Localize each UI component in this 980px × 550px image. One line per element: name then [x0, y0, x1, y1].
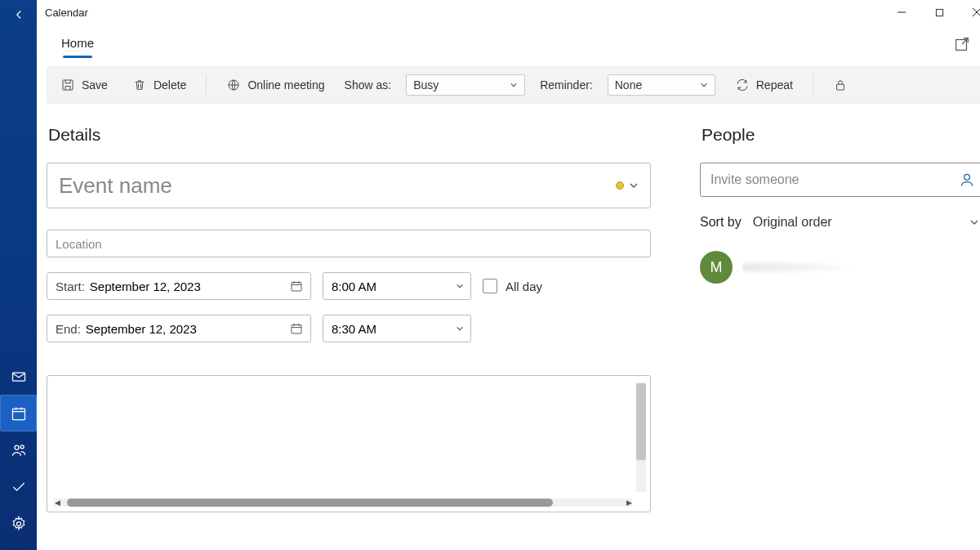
delete-label: Delete [154, 78, 186, 92]
ribbon-toolbar: Save Delete Online meeting Show as: Busy… [47, 66, 980, 104]
checkbox-box[interactable] [483, 279, 497, 293]
gear-icon [11, 516, 27, 532]
calendar-icon [289, 279, 304, 293]
maximize-icon [935, 8, 944, 17]
start-time-value: 8:00 AM [332, 279, 376, 293]
arrow-left-icon [11, 7, 26, 22]
window-title: Calendar [45, 7, 88, 19]
toolbar-divider [813, 74, 813, 96]
chevron-down-icon [456, 324, 464, 333]
start-time-field[interactable]: 8:00 AM [323, 272, 471, 300]
nav-calendar[interactable] [0, 395, 37, 432]
details-panel: Details Start: September 12, 2023 8:00 A… [47, 120, 651, 512]
popout-icon [953, 35, 971, 53]
repeat-button[interactable]: Repeat [730, 74, 798, 96]
invite-field[interactable] [700, 163, 980, 197]
mail-icon [11, 369, 27, 385]
private-button[interactable] [828, 74, 853, 96]
end-time-value: 8:30 AM [332, 322, 376, 336]
save-button[interactable]: Save [56, 74, 113, 96]
reminder-dropdown[interactable]: None [608, 74, 715, 96]
show-as-dropdown[interactable]: Busy [406, 74, 525, 96]
start-date-value: September 12, 2023 [90, 279, 201, 293]
people-icon [11, 442, 27, 458]
svg-point-3 [20, 445, 24, 448]
show-as-value: Busy [413, 78, 439, 92]
chevron-down-icon [969, 217, 979, 227]
toolbar-divider [206, 74, 207, 96]
sort-label: Sort by [700, 215, 742, 230]
minimize-button[interactable] [883, 0, 920, 25]
attendee-name-redacted [742, 260, 865, 275]
description-textarea[interactable] [65, 384, 617, 484]
popout-button[interactable] [953, 35, 971, 56]
svg-rect-9 [836, 84, 844, 90]
back-button[interactable] [0, 3, 37, 26]
chevron-down-icon [510, 81, 518, 89]
vertical-scrollbar[interactable] [636, 382, 646, 492]
reminder-label: Reminder: [540, 78, 593, 92]
end-time-field[interactable]: 8:30 AM [323, 315, 471, 342]
globe-icon [226, 78, 241, 92]
nav-mail[interactable] [0, 358, 37, 395]
end-date-value: September 12, 2023 [86, 322, 197, 336]
end-date-field[interactable]: End: September 12, 2023 [47, 315, 311, 342]
sort-dropdown[interactable]: Sort by Original order [700, 215, 980, 230]
maximize-button[interactable] [920, 0, 958, 25]
save-label: Save [82, 78, 108, 92]
main-area: Calendar Home Save Delete [37, 0, 980, 550]
chevron-down-icon [700, 81, 708, 89]
location-input[interactable] [56, 237, 642, 251]
chevron-down-icon[interactable] [629, 181, 639, 190]
svg-rect-10 [292, 283, 301, 292]
nav-settings[interactable] [0, 505, 37, 542]
svg-rect-5 [936, 9, 942, 16]
event-name-field[interactable] [47, 163, 651, 208]
close-icon [972, 7, 980, 17]
tabs-row: Home [37, 25, 980, 56]
repeat-icon [735, 78, 750, 92]
svg-rect-7 [63, 80, 73, 90]
close-button[interactable] [958, 0, 980, 25]
person-icon [959, 172, 975, 188]
trash-icon [132, 78, 147, 92]
invite-input[interactable] [710, 172, 959, 187]
all-day-checkbox[interactable]: All day [483, 279, 542, 293]
delete-button[interactable]: Delete [127, 74, 191, 96]
people-heading: People [702, 125, 980, 145]
nav-people[interactable] [0, 432, 37, 468]
avatar-initial: M [710, 259, 723, 276]
details-heading: Details [48, 125, 651, 145]
title-bar: Calendar [37, 0, 980, 25]
people-panel: People Sort by Original order M [700, 120, 980, 512]
svg-rect-1 [12, 409, 24, 419]
location-field[interactable] [47, 230, 651, 257]
svg-point-4 [16, 521, 20, 525]
start-label: Start: [56, 279, 85, 293]
nav-rail [0, 0, 37, 550]
online-meeting-label: Online meeting [247, 78, 324, 92]
calendar-icon [289, 321, 304, 336]
tab-home[interactable]: Home [60, 34, 96, 56]
nav-todo[interactable] [0, 468, 37, 505]
all-day-label: All day [506, 279, 542, 293]
check-icon [11, 479, 27, 495]
attendee-row[interactable]: M [700, 251, 980, 284]
lock-icon [833, 78, 848, 92]
event-color-dot [616, 181, 624, 190]
minimize-icon [897, 7, 906, 17]
event-name-input[interactable] [59, 173, 616, 199]
show-as-label: Show as: [345, 78, 392, 92]
reminder-value: None [615, 78, 642, 92]
sort-value: Original order [753, 215, 832, 230]
horizontal-scrollbar[interactable]: ◀ ▶ [54, 499, 632, 507]
svg-point-12 [964, 174, 970, 180]
repeat-label: Repeat [756, 78, 793, 92]
online-meeting-button[interactable]: Online meeting [221, 74, 329, 96]
start-date-field[interactable]: Start: September 12, 2023 [47, 272, 311, 300]
description-field[interactable]: ◀ ▶ [47, 375, 651, 512]
calendar-icon [11, 405, 27, 422]
svg-rect-0 [12, 373, 24, 381]
chevron-down-icon [456, 282, 464, 290]
avatar: M [700, 251, 733, 284]
